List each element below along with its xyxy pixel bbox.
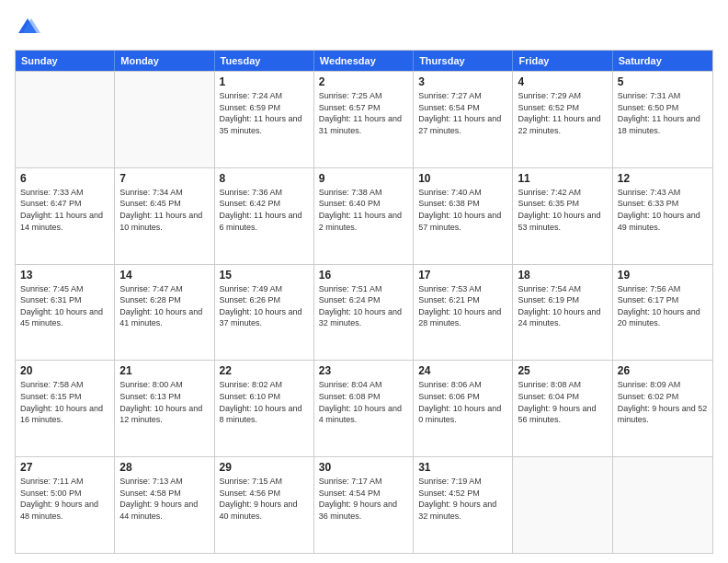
cell-text: Sunrise: 7:38 AMSunset: 6:40 PMDaylight:… — [319, 187, 408, 233]
calendar-header-monday: Monday — [115, 51, 214, 71]
day-number: 26 — [618, 364, 708, 377]
calendar-cell: 6Sunrise: 7:33 AMSunset: 6:47 PMDaylight… — [16, 168, 115, 264]
cell-text: Sunrise: 7:49 AMSunset: 6:26 PMDaylight:… — [220, 283, 309, 329]
calendar-header-row: SundayMondayTuesdayWednesdayThursdayFrid… — [16, 51, 712, 71]
day-number: 12 — [618, 172, 708, 185]
cell-text: Sunrise: 7:36 AMSunset: 6:42 PMDaylight:… — [220, 187, 309, 233]
calendar-cell: 22Sunrise: 8:02 AMSunset: 6:10 PMDayligh… — [215, 361, 314, 456]
cell-text: Sunrise: 7:15 AMSunset: 4:56 PMDaylight:… — [220, 476, 309, 522]
day-number: 5 — [618, 75, 708, 88]
calendar-cell: 18Sunrise: 7:54 AMSunset: 6:19 PMDayligh… — [513, 265, 612, 361]
calendar-cell: 7Sunrise: 7:34 AMSunset: 6:45 PMDaylight… — [115, 168, 214, 264]
cell-text: Sunrise: 7:34 AMSunset: 6:45 PMDaylight:… — [119, 187, 209, 233]
day-number: 13 — [20, 269, 109, 282]
day-number: 7 — [119, 172, 209, 185]
cell-text: Sunrise: 7:19 AMSunset: 4:52 PMDaylight:… — [418, 476, 507, 522]
day-number: 4 — [518, 75, 607, 88]
cell-text: Sunrise: 7:51 AMSunset: 6:24 PMDaylight:… — [319, 283, 408, 329]
calendar-week-5: 27Sunrise: 7:11 AMSunset: 5:00 PMDayligh… — [16, 456, 712, 553]
page: SundayMondayTuesdayWednesdayThursdayFrid… — [0, 0, 728, 563]
cell-text: Sunrise: 7:45 AMSunset: 6:31 PMDaylight:… — [20, 283, 109, 329]
day-number: 15 — [220, 269, 309, 282]
cell-text: Sunrise: 7:17 AMSunset: 4:54 PMDaylight:… — [319, 476, 408, 522]
calendar-cell: 9Sunrise: 7:38 AMSunset: 6:40 PMDaylight… — [314, 168, 414, 264]
cell-text: Sunrise: 7:29 AMSunset: 6:52 PMDaylight:… — [518, 90, 607, 136]
day-number: 29 — [220, 461, 309, 474]
calendar-cell: 26Sunrise: 8:09 AMSunset: 6:02 PMDayligh… — [613, 361, 712, 456]
day-number: 18 — [518, 269, 607, 282]
calendar-cell: 30Sunrise: 7:17 AMSunset: 4:54 PMDayligh… — [314, 457, 414, 553]
cell-text: Sunrise: 7:56 AMSunset: 6:17 PMDaylight:… — [618, 283, 708, 329]
calendar-cell — [613, 457, 712, 553]
day-number: 25 — [518, 364, 607, 377]
cell-text: Sunrise: 8:09 AMSunset: 6:02 PMDaylight:… — [618, 379, 708, 425]
calendar-cell: 11Sunrise: 7:42 AMSunset: 6:35 PMDayligh… — [513, 168, 612, 264]
day-number: 19 — [618, 269, 708, 282]
calendar-cell: 17Sunrise: 7:53 AMSunset: 6:21 PMDayligh… — [414, 265, 513, 361]
day-number: 28 — [119, 461, 209, 474]
day-number: 22 — [220, 364, 309, 377]
calendar-cell: 15Sunrise: 7:49 AMSunset: 6:26 PMDayligh… — [215, 265, 314, 361]
calendar-cell: 16Sunrise: 7:51 AMSunset: 6:24 PMDayligh… — [314, 265, 414, 361]
calendar-body: 1Sunrise: 7:24 AMSunset: 6:59 PMDaylight… — [16, 71, 712, 553]
cell-text: Sunrise: 7:27 AMSunset: 6:54 PMDaylight:… — [418, 90, 507, 136]
cell-text: Sunrise: 8:00 AMSunset: 6:13 PMDaylight:… — [119, 379, 209, 425]
cell-text: Sunrise: 7:42 AMSunset: 6:35 PMDaylight:… — [518, 187, 607, 233]
day-number: 16 — [319, 269, 408, 282]
cell-text: Sunrise: 7:47 AMSunset: 6:28 PMDaylight:… — [119, 283, 209, 329]
calendar-cell: 21Sunrise: 8:00 AMSunset: 6:13 PMDayligh… — [115, 361, 214, 456]
day-number: 10 — [418, 172, 507, 185]
calendar-cell: 25Sunrise: 8:08 AMSunset: 6:04 PMDayligh… — [513, 361, 612, 456]
logo-icon — [15, 15, 40, 40]
day-number: 1 — [220, 75, 309, 88]
day-number: 23 — [319, 364, 408, 377]
calendar-week-1: 1Sunrise: 7:24 AMSunset: 6:59 PMDaylight… — [16, 71, 712, 167]
cell-text: Sunrise: 7:31 AMSunset: 6:50 PMDaylight:… — [618, 90, 708, 136]
day-number: 31 — [418, 461, 507, 474]
day-number: 20 — [20, 364, 109, 377]
cell-text: Sunrise: 8:06 AMSunset: 6:06 PMDaylight:… — [418, 379, 507, 425]
cell-text: Sunrise: 8:08 AMSunset: 6:04 PMDaylight:… — [518, 379, 607, 425]
calendar-cell: 27Sunrise: 7:11 AMSunset: 5:00 PMDayligh… — [16, 457, 115, 553]
day-number: 8 — [220, 172, 309, 185]
cell-text: Sunrise: 8:02 AMSunset: 6:10 PMDaylight:… — [220, 379, 309, 425]
cell-text: Sunrise: 7:43 AMSunset: 6:33 PMDaylight:… — [618, 187, 708, 233]
calendar-cell: 5Sunrise: 7:31 AMSunset: 6:50 PMDaylight… — [613, 72, 712, 167]
calendar-header-thursday: Thursday — [414, 51, 513, 71]
calendar-week-3: 13Sunrise: 7:45 AMSunset: 6:31 PMDayligh… — [16, 264, 712, 361]
day-number: 6 — [20, 172, 109, 185]
calendar-header-tuesday: Tuesday — [215, 51, 314, 71]
calendar-cell: 1Sunrise: 7:24 AMSunset: 6:59 PMDaylight… — [215, 72, 314, 167]
cell-text: Sunrise: 7:33 AMSunset: 6:47 PMDaylight:… — [20, 187, 109, 233]
calendar-cell: 19Sunrise: 7:56 AMSunset: 6:17 PMDayligh… — [613, 265, 712, 361]
day-number: 24 — [418, 364, 507, 377]
calendar-cell: 3Sunrise: 7:27 AMSunset: 6:54 PMDaylight… — [414, 72, 513, 167]
header — [15, 15, 713, 40]
calendar-cell: 4Sunrise: 7:29 AMSunset: 6:52 PMDaylight… — [513, 72, 612, 167]
calendar-header-saturday: Saturday — [613, 51, 712, 71]
calendar-cell — [115, 72, 214, 167]
calendar-cell: 13Sunrise: 7:45 AMSunset: 6:31 PMDayligh… — [16, 265, 115, 361]
day-number: 17 — [418, 269, 507, 282]
day-number: 14 — [119, 269, 209, 282]
day-number: 30 — [319, 461, 408, 474]
calendar-week-4: 20Sunrise: 7:58 AMSunset: 6:15 PMDayligh… — [16, 360, 712, 456]
logo — [15, 15, 44, 40]
calendar: SundayMondayTuesdayWednesdayThursdayFrid… — [15, 50, 713, 554]
calendar-cell: 8Sunrise: 7:36 AMSunset: 6:42 PMDaylight… — [215, 168, 314, 264]
cell-text: Sunrise: 7:11 AMSunset: 5:00 PMDaylight:… — [20, 476, 109, 522]
cell-text: Sunrise: 7:24 AMSunset: 6:59 PMDaylight:… — [220, 90, 309, 136]
cell-text: Sunrise: 8:04 AMSunset: 6:08 PMDaylight:… — [319, 379, 408, 425]
calendar-cell: 24Sunrise: 8:06 AMSunset: 6:06 PMDayligh… — [414, 361, 513, 456]
day-number: 11 — [518, 172, 607, 185]
cell-text: Sunrise: 7:40 AMSunset: 6:38 PMDaylight:… — [418, 187, 507, 233]
calendar-cell: 10Sunrise: 7:40 AMSunset: 6:38 PMDayligh… — [414, 168, 513, 264]
cell-text: Sunrise: 7:25 AMSunset: 6:57 PMDaylight:… — [319, 90, 408, 136]
calendar-cell — [513, 457, 612, 553]
calendar-cell — [16, 72, 115, 167]
day-number: 21 — [119, 364, 209, 377]
day-number: 9 — [319, 172, 408, 185]
day-number: 2 — [319, 75, 408, 88]
calendar-cell: 12Sunrise: 7:43 AMSunset: 6:33 PMDayligh… — [613, 168, 712, 264]
calendar-header-wednesday: Wednesday — [314, 51, 414, 71]
